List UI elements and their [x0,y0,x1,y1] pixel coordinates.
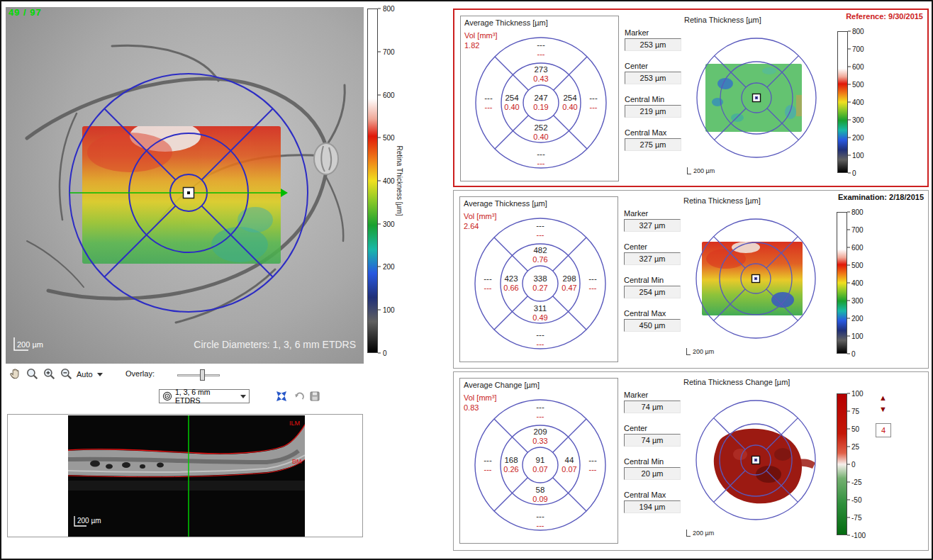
center-label: Center [624,242,647,251]
ilm-label: ILM [289,420,300,427]
svg-text:---: --- [484,456,492,464]
step-down-button[interactable]: ▼ [879,405,887,413]
overlay-label: Overlay: [125,369,155,378]
marker-value-box: 74 µm [624,401,681,413]
zoom-out-icon[interactable] [60,367,72,380]
step-value-box[interactable]: 4 [876,423,891,437]
zoom-icon[interactable] [26,367,38,380]
svg-text:44: 44 [565,456,574,464]
colorbar-tick: 0 [851,350,856,358]
svg-text:0.19: 0.19 [533,103,548,111]
reference-date-label: Reference: 9/30/2015 [846,12,923,21]
undo-icon[interactable] [294,391,305,402]
chevron-down-icon [97,373,103,376]
svg-text:---: --- [485,103,493,111]
svg-text:252: 252 [534,123,547,132]
svg-text:0.40: 0.40 [504,103,519,111]
frame-counter: 49 / 97 [9,7,42,18]
svg-text:423: 423 [504,274,518,283]
svg-text:311: 311 [534,304,547,313]
svg-text:273: 273 [534,65,547,74]
colorbar-tick: 75 [851,408,859,415]
svg-text:---: --- [537,521,544,530]
center-value: 74 µm [642,436,664,444]
fundus-image[interactable]: 200 µm [6,7,364,364]
svg-text:---: --- [484,94,493,102]
colorbar-tick: 600 [851,244,864,252]
change-colorbar [837,393,847,535]
retina-thickness-map[interactable] [683,208,829,349]
marker-label: Marker [625,28,649,37]
zoom-mode-select[interactable]: Auto [77,368,103,381]
step-up-button[interactable]: ▲ [879,393,887,402]
colorbar-tick: 200 [383,263,395,271]
colorbar-tick: 200 [851,315,864,323]
svg-text:---: --- [537,159,545,167]
colorbar-tick: 100 [852,152,864,159]
svg-text:---: --- [536,512,544,520]
map-title: Retina Thickness [µm] [683,196,761,205]
bscan-image[interactable]: ILM BM 200 µm [68,415,305,537]
overlay-opacity-slider[interactable] [177,368,220,382]
colorbar-tick: 200 [852,134,864,142]
svg-text:0.07: 0.07 [532,465,547,474]
central-max-value: 194 µm [639,503,666,511]
svg-text:247: 247 [534,94,547,102]
central-max-value: 450 µm [639,321,666,330]
grid-preset-select[interactable]: 1, 3, 6 mm ETDRS [159,389,250,403]
chevron-down-icon [240,395,246,398]
bm-label: BM [292,458,302,465]
colorbar-tick: 500 [851,262,864,269]
map-title: Retina Thickness Change [µm] [683,378,790,386]
etdrs-grid-diagram: ------ 2090.33 ------ 1680.26 910.07 440… [461,390,617,543]
colorbar-tick: 700 [851,226,864,234]
optic-disc [314,143,338,174]
examination-date-label: Examination: 2/18/2015 [838,193,924,201]
step-value: 4 [881,426,885,435]
reference-panel: Reference: 9/30/2015 Average Thickness [… [453,9,929,187]
average-thickness-gridbox: Average Thickness [µm] Vol [mm³] 2.64 --… [459,196,618,362]
svg-text:0.26: 0.26 [503,465,518,474]
hand-tool-icon[interactable] [9,367,21,380]
colorbar-tick: 800 [852,28,864,35]
svg-text:---: --- [536,403,544,411]
center-marker[interactable] [184,188,194,198]
central-min-label: Central Min [625,95,664,103]
etdrs-target-icon [162,391,172,401]
svg-text:---: --- [589,465,597,474]
svg-text:0.27: 0.27 [532,284,547,292]
central-max-value: 275 µm [640,140,666,149]
marker-value: 253 µm [640,40,666,49]
bscan-panel: ILM BM 200 µm [7,414,363,537]
retina-thickness-change-map[interactable] [683,389,829,531]
central-min-value: 20 µm [642,469,664,478]
grid-title: Average Change [µm] [464,381,540,389]
svg-text:---: --- [536,330,544,339]
save-icon[interactable] [309,391,320,402]
colorbar-tick: -50 [851,496,861,504]
center-view-icon[interactable] [275,390,288,403]
etdrs-grid-diagram: ------ 4820.76 ------ 4230.66 3380.27 29… [461,208,617,362]
central-max-value-box: 450 µm [624,319,681,332]
svg-text:0.09: 0.09 [532,495,547,503]
colorbar-tick: 0 [852,169,856,177]
central-max-value-box: 275 µm [625,138,681,151]
change-panel: Average Change [µm] Vol [mm³] 0.83 -----… [453,371,929,551]
center-value-box: 253 µm [625,72,681,84]
retina-thickness-map[interactable] [684,27,829,169]
svg-text:---: --- [590,103,598,111]
svg-text:---: --- [484,465,492,474]
slider-handle[interactable] [200,369,205,381]
main-colorbar-title: Retina Thickness [µm] [396,146,403,216]
svg-text:200 µm: 200 µm [77,517,101,525]
colorbar-tick: 100 [851,332,864,340]
svg-text:---: --- [537,340,544,348]
colorbar-tick: 500 [852,81,864,89]
colorbar-tick: 400 [852,99,864,106]
colorbar-tick: 500 [383,134,395,142]
thickness-overlay-heatmap [82,121,281,264]
svg-text:482: 482 [533,246,547,254]
colorbar-tick: 25 [851,443,859,451]
zoom-in-icon[interactable] [43,367,55,380]
svg-text:209: 209 [533,427,547,436]
